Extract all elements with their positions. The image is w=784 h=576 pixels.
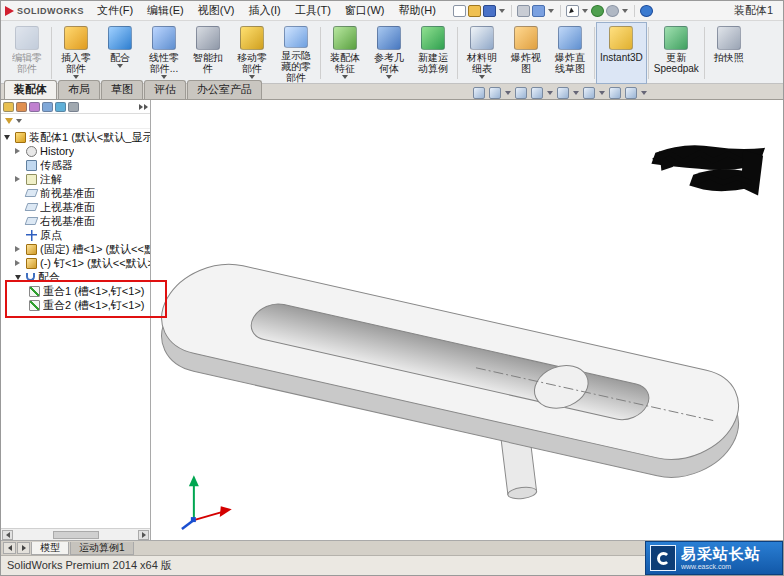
tree-item-top-plane[interactable]: 上视基准面 [1, 200, 150, 214]
menu-tools[interactable]: 工具(T) [288, 1, 338, 20]
tree-item-mate-coincident-1[interactable]: 重合1 (槽<1>,钉<1>) [1, 284, 150, 298]
zoom-area-icon[interactable] [489, 87, 501, 99]
dropdown-arrow-icon[interactable] [505, 91, 511, 95]
scroll-right-icon[interactable] [138, 530, 149, 540]
undo-dropdown-icon[interactable] [548, 9, 554, 13]
tree-item-sensors[interactable]: 传感器 [1, 158, 150, 172]
mate-button[interactable]: 配合 [98, 23, 142, 83]
menu-window[interactable]: 窗口(W) [338, 1, 392, 20]
instant3d-button[interactable]: Instant3D [597, 23, 646, 83]
tab-motion-study-1[interactable]: 运动算例1 [70, 542, 134, 555]
menu-insert[interactable]: 插入(I) [241, 1, 287, 20]
bill-of-materials-button[interactable]: 材料明 细表 [460, 23, 504, 83]
dropdown-arrow-icon[interactable] [599, 91, 605, 95]
tree-item-assembly[interactable]: 装配体1 (默认<默认_显示状态 [1, 130, 150, 144]
menu-view[interactable]: 视图(V) [191, 1, 242, 20]
expand-toggle-icon[interactable] [15, 176, 23, 182]
insert-components-button[interactable]: 插入零 部件 [54, 23, 98, 83]
configurationmanager-tab-icon[interactable] [29, 102, 40, 112]
dropdown-arrow-icon[interactable] [573, 91, 579, 95]
new-motion-study-icon [421, 26, 445, 50]
featuremanager-tab-icon[interactable] [3, 102, 14, 112]
save-dropdown-icon[interactable] [499, 9, 505, 13]
tab-layout[interactable]: 布局 [58, 80, 100, 99]
scene-icon[interactable] [625, 87, 637, 99]
plane-icon [25, 203, 39, 211]
assembly-features-button[interactable]: 装配体 特征 [323, 23, 367, 83]
show-hidden-components-button[interactable]: 显示隐 藏的零 部件 [274, 23, 318, 83]
tree-item-right-plane[interactable]: 右视基准面 [1, 214, 150, 228]
smart-fasteners-button[interactable]: 智能扣 件 [186, 23, 230, 83]
reference-geometry-button[interactable]: 参考几 何体 [367, 23, 411, 83]
expand-toggle-icon[interactable] [4, 135, 12, 140]
rebuild-icon[interactable] [591, 5, 604, 17]
move-component-button[interactable]: 移动零 部件 [230, 23, 274, 83]
tree-item-pin-part[interactable]: (-) 钉<1> (默认<<默认>_显 [1, 256, 150, 270]
new-document-icon[interactable] [453, 5, 466, 17]
manager-overflow-icon[interactable] [68, 102, 79, 112]
displaymanager-tab-icon[interactable] [55, 102, 66, 112]
open-document-icon[interactable] [468, 5, 481, 17]
propertymanager-tab-icon[interactable] [16, 102, 27, 112]
tab-assembly[interactable]: 装配体 [4, 80, 57, 99]
tree-item-mate-coincident-2[interactable]: 重合2 (槽<1>,钉<1>) [1, 298, 150, 312]
tree-item-mates-folder[interactable]: 配合 [1, 270, 150, 284]
tree-item-origin[interactable]: 原点 [1, 228, 150, 242]
plane-icon [25, 189, 39, 197]
linear-component-pattern-button[interactable]: 线性零 部件... [142, 23, 186, 83]
undo-icon[interactable] [532, 5, 545, 17]
expand-toggle-icon[interactable] [15, 260, 23, 266]
tree-item-annotations[interactable]: 注解 [1, 172, 150, 186]
exploded-view-icon [514, 26, 538, 50]
exploded-view-button[interactable]: 爆炸视 图 [504, 23, 548, 83]
save-icon[interactable] [483, 5, 496, 17]
filter-funnel-icon[interactable] [5, 118, 13, 124]
dropdown-arrow-icon [161, 75, 167, 79]
panel-horizontal-scrollbar[interactable] [1, 528, 150, 540]
dropdown-arrow-icon[interactable] [641, 91, 647, 95]
take-snapshot-button[interactable]: 拍快照 [707, 23, 751, 83]
tree-item-history[interactable]: History [1, 144, 150, 158]
select-dropdown-icon[interactable] [582, 9, 588, 13]
edit-component-button[interactable]: 编辑零 部件 [5, 23, 49, 83]
move-component-icon [240, 26, 264, 50]
hide-show-items-icon[interactable] [583, 87, 595, 99]
options-dropdown-icon[interactable] [622, 9, 628, 13]
dropdown-arrow-icon [73, 75, 79, 79]
tree-item-front-plane[interactable]: 前视基准面 [1, 186, 150, 200]
dropdown-arrow-icon [117, 64, 123, 68]
view-orientation-icon[interactable] [531, 87, 543, 99]
menu-edit[interactable]: 编辑(E) [140, 1, 191, 20]
explode-line-sketch-button[interactable]: 爆炸直 线草图 [548, 23, 592, 83]
section-view-icon[interactable] [515, 87, 527, 99]
tab-model[interactable]: 模型 [31, 542, 69, 555]
dropdown-arrow-icon[interactable] [547, 91, 553, 95]
tab-scroll-right-icon[interactable] [17, 542, 30, 554]
tab-scroll-left-icon[interactable] [3, 542, 16, 554]
filter-dropdown-icon[interactable] [16, 119, 22, 123]
menu-file[interactable]: 文件(F) [90, 1, 140, 20]
dropdown-arrow-icon [342, 75, 348, 79]
tab-sketch[interactable]: 草图 [101, 80, 143, 99]
menu-help[interactable]: 帮助(H) [392, 1, 443, 20]
edit-appearance-icon[interactable] [609, 87, 621, 99]
tab-evaluate[interactable]: 评估 [144, 80, 186, 99]
zoom-fit-icon[interactable] [473, 87, 485, 99]
graphics-area[interactable] [152, 100, 783, 540]
new-motion-study-button[interactable]: 新建运 动算例 [411, 23, 455, 83]
dimxpertmanager-tab-icon[interactable] [42, 102, 53, 112]
select-cursor-icon[interactable] [566, 5, 579, 17]
tree-item-slot-part[interactable]: (固定) 槽<1> (默认<<默认 [1, 242, 150, 256]
expand-toggle-icon[interactable] [15, 275, 23, 280]
tab-office-products[interactable]: 办公室产品 [187, 80, 262, 99]
scrollbar-thumb[interactable] [53, 531, 99, 539]
display-style-icon[interactable] [557, 87, 569, 99]
expand-toggle-icon[interactable] [15, 246, 23, 252]
scroll-left-icon[interactable] [2, 530, 13, 540]
help-icon[interactable] [640, 5, 653, 17]
options-gear-icon[interactable] [606, 5, 619, 17]
update-speedpak-button[interactable]: 更新 Speedpak [651, 23, 702, 83]
panel-overflow-icon[interactable] [138, 104, 148, 110]
expand-toggle-icon[interactable] [15, 148, 23, 154]
print-icon[interactable] [517, 5, 530, 17]
